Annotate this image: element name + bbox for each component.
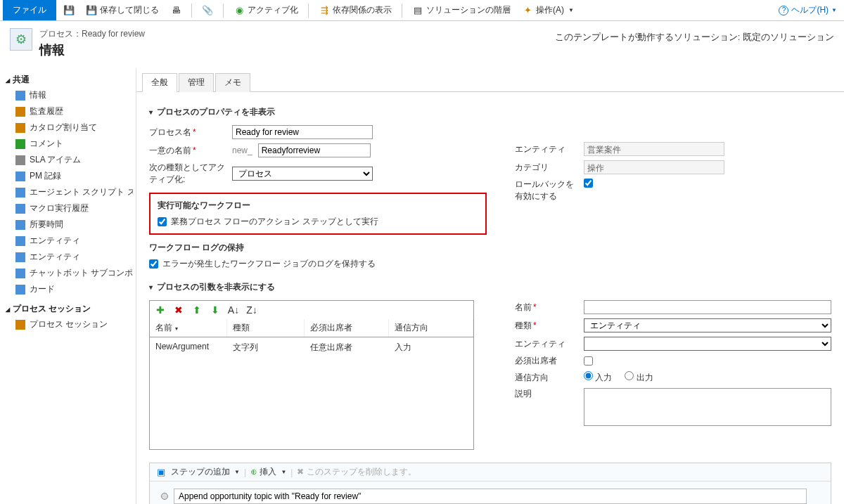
sidebar-item-icon (15, 285, 25, 295)
run-as-bpf-label: 業務プロセス フローのアクション ステップとして実行 (171, 216, 378, 228)
attach-button[interactable]: 📎 (198, 4, 217, 18)
sort-asc-icon[interactable]: A↓ (227, 304, 240, 316)
step-bullet-icon (161, 493, 168, 500)
tab-admin[interactable]: 管理 (179, 73, 214, 92)
sidebar-group-session[interactable]: プロセス セッション (3, 302, 133, 316)
down-icon[interactable]: ⬇ (209, 304, 222, 316)
label-rollback: ロールバックを有効にする (515, 179, 578, 202)
tab-general[interactable]: 全般 (142, 73, 177, 92)
sidebar-item-icon (15, 220, 25, 230)
activate-as-select[interactable]: プロセス (232, 167, 373, 181)
col-type[interactable]: 種類 (227, 319, 305, 337)
sidebar-item[interactable]: マクロ実行履歴 (3, 200, 133, 217)
arg-type-select[interactable]: エンティティ (584, 318, 831, 332)
sidebar-item[interactable]: カタログ割り当て (3, 119, 133, 136)
sidebar-item-label: 情報 (30, 89, 46, 101)
deps-icon: ⇶ (319, 5, 330, 16)
operations-menu[interactable]: ✦操作(A)▼ (518, 3, 578, 18)
dir-in-option[interactable]: 入力 (584, 371, 612, 384)
sidebar-item[interactable]: プロセス セッション (3, 316, 133, 332)
rollback-checkbox[interactable] (584, 179, 593, 188)
grid-toolbar: ✚ ✖ ⬆ ⬇ A↓ Z↓ (149, 300, 474, 319)
sidebar-item[interactable]: 所要時間 (3, 217, 133, 233)
save-icon: 💾 (63, 5, 75, 16)
sidebar-item-icon (15, 172, 25, 181)
sidebar-item[interactable]: チャットボット サブコンポ… (3, 265, 133, 281)
col-direction[interactable]: 通信方向 (389, 319, 473, 337)
sidebar-item-label: カタログ割り当て (30, 122, 97, 134)
activate-button[interactable]: ◉アクティブ化 (229, 3, 302, 18)
section-properties[interactable]: プロセスのプロパティを非表示 (149, 106, 831, 118)
grid-row[interactable]: NewArgument 文字列 任意出席者 入力 (150, 337, 473, 358)
entity-field: 営業案件 (584, 142, 724, 156)
print-button[interactable]: 🖶 (166, 4, 186, 18)
insert-step-button[interactable]: ⊕ 挿入 (250, 466, 276, 478)
print-icon: 🖶 (170, 5, 181, 16)
sidebar-item[interactable]: SLA アイテム (3, 152, 133, 168)
delete-step-button: ✖ このステップを削除します。 (297, 466, 416, 478)
sidebar-item[interactable]: PM 記録 (3, 168, 133, 184)
show-deps-button[interactable]: ⇶依存関係の表示 (314, 3, 396, 18)
dir-out-option[interactable]: 出力 (625, 371, 653, 384)
save-close-label: 保存して閉じる (100, 4, 159, 16)
process-name-input[interactable] (232, 125, 373, 139)
arg-entity-select[interactable] (584, 337, 831, 351)
label-process-name: プロセス名 (149, 127, 226, 138)
save-button[interactable]: 💾 (59, 4, 79, 18)
sidebar-item[interactable]: 監査履歴 (3, 103, 133, 119)
sidebar-item-icon (15, 236, 25, 246)
sidebar-item-label: PM 記録 (30, 170, 61, 182)
sidebar-item-icon (15, 252, 25, 262)
tab-notes[interactable]: メモ (215, 73, 250, 92)
show-deps-label: 依存関係の表示 (333, 4, 392, 16)
sidebar-item-icon (15, 269, 25, 278)
label-arg-type: 種類 (515, 320, 578, 332)
add-step-button[interactable]: ステップの追加 (171, 466, 230, 478)
runnable-head: 実行可能なワークフロー (158, 200, 478, 212)
sidebar-item-icon (15, 204, 25, 214)
help-label: ヘルプ(H) (791, 4, 829, 16)
sidebar-item-label: SLA アイテム (30, 154, 81, 166)
file-menu[interactable]: ファイル (3, 0, 56, 20)
sidebar-item[interactable]: 情報 (3, 87, 133, 103)
chevron-down-icon: ▼ (234, 469, 240, 475)
save-close-button[interactable]: 💾保存して閉じる (82, 3, 163, 18)
arg-required-checkbox[interactable] (584, 356, 593, 366)
sidebar-group-common[interactable]: 共通 (3, 72, 133, 87)
solution-layers-button[interactable]: ▤ソリューションの階層 (408, 3, 515, 18)
col-name[interactable]: 名前 (150, 319, 227, 337)
step-description-input[interactable] (174, 489, 807, 504)
save-close-icon: 💾 (86, 5, 97, 16)
sidebar-item[interactable]: エンティティ (3, 249, 133, 265)
up-icon[interactable]: ⬆ (191, 304, 203, 316)
sidebar-item[interactable]: カード (3, 281, 133, 297)
sidebar-item[interactable]: エンティティ (3, 233, 133, 249)
arg-desc-textarea[interactable] (584, 388, 831, 426)
process-icon: ⚙ (10, 28, 32, 51)
keep-error-log-label: エラーが発生したワークフロー ジョブのログを保持する (162, 258, 376, 270)
sidebar-item-icon (15, 188, 25, 198)
help-link[interactable]: ?ヘルプ(H)▼ (779, 4, 841, 16)
separator (191, 4, 192, 18)
section-arguments[interactable]: プロセスの引数を非表示にする (149, 281, 831, 293)
add-icon[interactable]: ✚ (154, 304, 167, 316)
col-required[interactable]: 必須出席者 (305, 319, 389, 337)
label-arg-name: 名前 (515, 302, 578, 314)
header: ⚙ プロセス：Ready for review 情報 このテンプレートが動作する… (0, 21, 844, 68)
sidebar-item[interactable]: コメント (3, 136, 133, 152)
sort-desc-icon[interactable]: Z↓ (245, 304, 258, 316)
runnable-workflow-box: 実行可能なワークフロー 業務プロセス フローのアクション ステップとして実行 (149, 193, 487, 235)
delete-icon[interactable]: ✖ (172, 304, 185, 316)
steps-box: ▣ ステップの追加 ▼ | ⊕ 挿入 ▼ | ✖ このステップを削除します。 更… (149, 463, 831, 504)
operations-icon: ✦ (522, 5, 533, 16)
solution-layers-label: ソリューションの階層 (426, 4, 511, 16)
arg-name-input[interactable] (584, 300, 831, 314)
keep-error-log-checkbox[interactable] (149, 259, 158, 269)
label-unique-name: 一意の名前 (149, 145, 226, 157)
step-icon: ▣ (155, 467, 167, 478)
sidebar-item[interactable]: エージェント スクリプト ス… (3, 184, 133, 200)
log-retain-head: ワークフロー ログの保持 (149, 242, 487, 254)
unique-name-input[interactable] (258, 143, 371, 157)
run-as-bpf-checkbox[interactable] (158, 217, 167, 226)
steps-toolbar: ▣ ステップの追加 ▼ | ⊕ 挿入 ▼ | ✖ このステップを削除します。 (150, 463, 831, 482)
